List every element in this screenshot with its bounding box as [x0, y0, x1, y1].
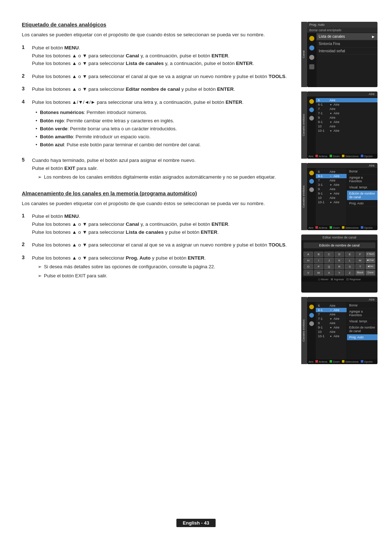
- key-a[interactable]: A: [303, 252, 313, 257]
- key-y[interactable]: Y: [335, 270, 344, 276]
- ch-row-10[interactable]: 10 Aire: [316, 124, 377, 129]
- ch-arrow-61: ▼: [330, 103, 332, 106]
- edit-input-row[interactable]: Edición de nombre de canal: [303, 242, 375, 248]
- key-blank[interactable]: Blank: [355, 270, 365, 276]
- opt-visual[interactable]: Visual. tempr.: [347, 184, 377, 191]
- menu-item-intensidad-label: Intensidad señal: [319, 49, 345, 53]
- edit-input-text: Edición de nombre de canal: [319, 244, 360, 247]
- step2: 2 Pulse los botones ▲ o ▼ para seleccion…: [22, 73, 290, 81]
- box3-ch-91[interactable]: 9-1 ▼ Aire: [316, 191, 347, 196]
- key-b[interactable]: B: [314, 252, 324, 257]
- ch-row-61[interactable]: 6-1 ▼ Aire: [316, 102, 377, 107]
- opt-editar[interactable]: Edición de nombre de canal: [347, 191, 377, 200]
- ui-box-3: Aire 6 Aire: [307, 163, 377, 230]
- key-i[interactable]: I: [314, 258, 324, 263]
- box5-opt-prog-auto[interactable]: Prog. Auto: [347, 334, 377, 341]
- box5-ch-9[interactable]: 9 Aire: [316, 321, 347, 325]
- key-char[interactable]: ■Char: [366, 258, 375, 263]
- key-k[interactable]: K: [335, 258, 344, 263]
- key-e[interactable]: E: [345, 252, 355, 257]
- ch-row-101[interactable]: 10-1 ▼ Aire: [316, 129, 377, 133]
- box1-header-right: Borrar canal encriptado: [309, 28, 341, 32]
- key-c[interactable]: C: [324, 252, 334, 257]
- box3-ch-6[interactable]: 6 Aire: [316, 170, 347, 174]
- key-v[interactable]: V: [303, 270, 313, 276]
- step5: 5 Cuando haya terminado, pulse el botón …: [22, 156, 290, 182]
- key-o[interactable]: O: [303, 264, 313, 269]
- box5-opt-visual[interactable]: Visual. tempr.: [347, 318, 377, 325]
- section2-title: Almacenamiento de los canales en la memo…: [22, 191, 290, 196]
- box5-ch-61[interactable]: 6-1 ▼ Aire: [316, 308, 347, 312]
- box3-ch-10[interactable]: 10 Aire: [316, 196, 347, 200]
- box5-ch-6[interactable]: 6 Aire: [316, 303, 347, 308]
- key-x[interactable]: X: [324, 270, 334, 276]
- menu-item-sintonia[interactable]: Sintonía Fina: [317, 40, 377, 48]
- box3-top-label: Aire: [307, 163, 377, 168]
- key-del[interactable]: ■Del: [366, 264, 375, 269]
- ch-row-selected[interactable]: 6 Aire: [316, 98, 377, 102]
- box2-channel-list: 6 Aire 6-1 ▼ Aire 7 Aire: [316, 97, 377, 154]
- key-number[interactable]: # Num: [366, 252, 375, 257]
- box3-ch-9[interactable]: 9 Aire: [316, 187, 347, 191]
- box5-sidebar: [307, 302, 316, 359]
- box5-opt-editar[interactable]: Edición de nombre de canal: [347, 325, 377, 334]
- ch-row-71[interactable]: 7-1 ▼ Aire: [316, 111, 377, 115]
- key-d[interactable]: D: [335, 252, 344, 257]
- box5-opt-borrar[interactable]: Borrar: [347, 302, 377, 309]
- box3-icon3: [309, 187, 314, 192]
- opt-prog-auto[interactable]: Prog. Auto: [347, 200, 377, 207]
- key-f[interactable]: F: [355, 252, 365, 257]
- box5-footer-zoom: Zoom: [330, 360, 340, 363]
- box5-opt-favoritos[interactable]: Agregar a Favoritos: [347, 309, 377, 318]
- key-s[interactable]: S: [345, 264, 355, 269]
- key-done[interactable]: Done: [366, 270, 375, 276]
- key-p[interactable]: P: [314, 264, 324, 269]
- box3-footer: Aire Antena Zoom Seleccione Opción: [307, 225, 377, 230]
- box5-ch-10[interactable]: 10 Aire: [316, 330, 347, 334]
- bullet-1: Botones numéricos: Permiten introducir n…: [36, 109, 290, 116]
- ch-num-61: 6-1: [318, 103, 328, 106]
- icon-search: [309, 36, 314, 41]
- box5-channel-list: 6 Aire 6-1 ▼ Aire 7 Aire: [316, 302, 347, 359]
- box3-ch-31[interactable]: 3-1 ▼ Aire: [316, 183, 347, 187]
- box3-ch-61[interactable]: 6-1 ▼ Aire: [316, 174, 347, 178]
- menu-item-lista[interactable]: Lista de canales ▶: [317, 33, 377, 40]
- key-j[interactable]: J: [324, 258, 334, 263]
- ch-row-91[interactable]: 9-1 ▼ Aire: [316, 120, 377, 124]
- box2-icon2: [309, 107, 314, 112]
- ch-arrow-91: ▼: [330, 121, 332, 123]
- box5-ch-91[interactable]: 9-1 ▼ Aire: [316, 325, 347, 330]
- box5-footer-select: Seleccione: [342, 360, 359, 363]
- bullet-2: Botón rojo: Permite cambiar entre letras…: [36, 117, 290, 125]
- key-z[interactable]: Z: [345, 270, 355, 276]
- key-t[interactable]: T: [355, 264, 365, 269]
- box5-ch-71[interactable]: 7-1 ▼ Aire: [316, 317, 347, 321]
- opt-favoritos[interactable]: Agregar a Favoritos: [347, 175, 377, 184]
- key-r[interactable]: R: [335, 264, 344, 269]
- box3-ch-101[interactable]: 10-1 ▼ Aire: [316, 200, 347, 204]
- bullet-3: Botón verde: Permite borrar una letra o …: [36, 125, 290, 133]
- box3-icon2: [309, 179, 314, 184]
- key-l[interactable]: L: [345, 258, 355, 263]
- box2-icon1: [309, 99, 314, 104]
- box1-header: Prog. Auto: [307, 22, 377, 28]
- opt-borrar[interactable]: Borrar: [347, 168, 377, 175]
- btn-yellow-3: [342, 226, 344, 229]
- box5-ch-7[interactable]: 7 Aire: [316, 312, 347, 317]
- btn-yellow-2: [342, 155, 344, 157]
- key-h[interactable]: H: [303, 258, 313, 263]
- key-m[interactable]: M: [355, 258, 365, 263]
- ch-row-9[interactable]: 9 Aire: [316, 115, 377, 120]
- key-w[interactable]: W: [314, 270, 324, 276]
- ch-num-10: 10: [318, 125, 328, 128]
- box5-ch-101[interactable]: 10-1 ▼ Aire: [316, 334, 347, 338]
- key-q[interactable]: Q: [324, 264, 334, 269]
- tip2-text: Si desea más detalles sobre las opciones…: [44, 263, 290, 270]
- btn-yellow-5: [342, 360, 344, 363]
- ch-row-7[interactable]: 7 Aire: [316, 107, 377, 111]
- box3-ch-7[interactable]: 7 Aire: [316, 178, 347, 183]
- ui-box-2: Aire 6 Aire: [307, 91, 377, 159]
- menu-item-intensidad[interactable]: Intensidad señal: [317, 48, 377, 55]
- btn-blue-5: [361, 360, 363, 363]
- step2-number: 2: [22, 73, 28, 81]
